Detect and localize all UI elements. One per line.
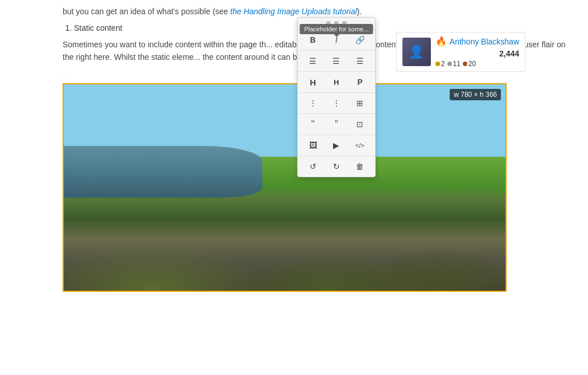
floating-toolbar: Placeholder for some... B I 🔗 ☰ ☰ ☰ H H … [297, 17, 376, 177]
gold-badge-count: 2 [441, 60, 445, 68]
ordered-list-button[interactable]: ⋮ [327, 95, 346, 111]
code-button[interactable]: </> [351, 137, 369, 153]
h2-button[interactable]: H [327, 74, 346, 90]
toolbar-row-media: 🖼 ▶ </> [298, 135, 375, 156]
intro-text: but you can get an idea of what's possib… [63, 6, 577, 18]
user-reputation-icon: 🔥 [435, 36, 447, 47]
bronze-badge-dot [463, 62, 467, 66]
gold-badge-dot [435, 62, 440, 66]
toolbar-row-history: ↺ ↻ 🗑 [298, 156, 375, 177]
paragraph-button[interactable]: P [351, 74, 369, 90]
blockquote-right-button[interactable]: " [327, 116, 346, 132]
video-button[interactable]: ▶ [327, 137, 346, 153]
silver-badge: 11 [447, 60, 460, 68]
user-reputation: 2,444 [435, 49, 519, 58]
user-name-row: 🔥 Anthony Blackshaw [435, 36, 519, 47]
user-name[interactable]: Anthony Blackshaw [450, 37, 519, 46]
align-center-button[interactable]: ☰ [327, 53, 346, 69]
tutorial-link[interactable]: the Handling Image Uploads tutorial [231, 7, 357, 16]
bold-button[interactable]: B [304, 32, 322, 48]
undo-button[interactable]: ↺ [304, 158, 322, 174]
silver-badge-dot [447, 62, 452, 66]
bronze-badge-count: 20 [468, 60, 476, 68]
blockquote-left-button[interactable]: " [304, 116, 322, 132]
bronze-badge: 20 [463, 60, 476, 68]
user-badges: 2 11 20 [435, 60, 519, 68]
unordered-list-button[interactable]: ⋮ [304, 95, 322, 111]
toolbar-row-blockquote: " " ⊡ [298, 114, 375, 135]
user-info: 🔥 Anthony Blackshaw 2,444 2 11 20 [435, 36, 519, 68]
redo-button[interactable]: ↻ [327, 158, 346, 174]
h1-button[interactable]: H [304, 74, 322, 90]
user-avatar: 👤 [402, 38, 431, 66]
landscape-image [64, 84, 505, 291]
toolbar-row-lists: ⋮ ⋮ ⊞ [298, 93, 375, 114]
toolbar-row-headings: H H P [298, 72, 375, 93]
toolbar-tooltip: Placeholder for some... [299, 24, 373, 34]
image-size-badge: w 780 × h 366 [450, 89, 501, 100]
toolbar-row-alignment: ☰ ☰ ☰ [298, 51, 375, 72]
gold-badge: 2 [435, 60, 445, 68]
link-button[interactable]: 🔗 [351, 32, 369, 48]
embed-button[interactable]: ⊡ [351, 116, 369, 132]
silver-badge-count: 11 [453, 60, 460, 68]
delete-button[interactable]: 🗑 [351, 158, 369, 174]
table-button[interactable]: ⊞ [351, 95, 369, 111]
align-left-button[interactable]: ☰ [304, 53, 322, 69]
user-card: 👤 🔥 Anthony Blackshaw 2,444 2 11 20 [396, 32, 525, 72]
image-button[interactable]: 🖼 [304, 137, 322, 153]
align-right-button[interactable]: ☰ [351, 53, 369, 69]
image-container: w 780 × h 366 [63, 83, 507, 292]
